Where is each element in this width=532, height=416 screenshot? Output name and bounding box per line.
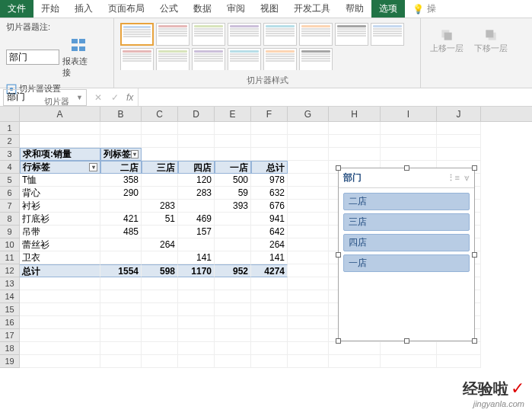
style-thumb[interactable]	[371, 23, 404, 46]
cell[interactable]	[437, 148, 481, 161]
cell[interactable]: 393	[215, 200, 251, 213]
cell[interactable]	[20, 277, 100, 290]
tab-review[interactable]: 审阅	[219, 0, 253, 18]
slicer-styles-gallery[interactable]	[120, 21, 414, 70]
cell[interactable]	[20, 342, 100, 355]
row-header[interactable]: 12	[0, 264, 20, 277]
row-header[interactable]: 17	[0, 329, 20, 342]
row-header[interactable]: 5	[0, 174, 20, 187]
cell[interactable]	[288, 264, 329, 277]
row-header[interactable]: 18	[0, 342, 20, 355]
fx-icon[interactable]: fx	[126, 92, 133, 103]
cell[interactable]	[288, 122, 329, 135]
pivot-row-label-cell[interactable]: 背心	[20, 187, 100, 200]
tab-home[interactable]: 开始	[33, 0, 67, 18]
cell[interactable]	[178, 122, 215, 135]
cell[interactable]	[215, 277, 251, 290]
cell[interactable]	[381, 355, 437, 368]
cell[interactable]: 676	[251, 200, 288, 213]
cell[interactable]	[215, 213, 251, 226]
cell[interactable]	[215, 251, 251, 264]
cell[interactable]	[251, 303, 288, 316]
cell[interactable]	[437, 135, 481, 148]
cell[interactable]	[437, 355, 481, 368]
cell[interactable]: 283	[142, 200, 178, 213]
cell[interactable]	[100, 135, 142, 148]
cell[interactable]	[288, 303, 329, 316]
cell[interactable]	[215, 329, 251, 342]
cell[interactable]: 51	[142, 213, 178, 226]
cell[interactable]	[251, 148, 288, 161]
pivot-col-header[interactable]: 四店	[178, 161, 215, 174]
col-header-a[interactable]: A	[20, 107, 100, 121]
cell[interactable]	[178, 316, 215, 329]
cell[interactable]	[329, 355, 381, 368]
row-header[interactable]: 6	[0, 187, 20, 200]
col-header-h[interactable]: H	[329, 107, 381, 121]
filter-dropdown-icon[interactable]: ▾	[131, 150, 139, 158]
cell[interactable]	[100, 122, 142, 135]
cell[interactable]	[178, 329, 215, 342]
cell[interactable]	[381, 135, 437, 148]
row-header[interactable]: 7	[0, 200, 20, 213]
row-header[interactable]: 11	[0, 251, 20, 264]
row-header[interactable]: 14	[0, 290, 20, 303]
row-header[interactable]: 1	[0, 122, 20, 135]
pivot-col-header[interactable]: 二店	[100, 161, 142, 174]
cell[interactable]	[215, 303, 251, 316]
pivot-header-cols[interactable]: 列标签▾	[100, 148, 142, 161]
cell[interactable]	[142, 355, 178, 368]
cell[interactable]	[20, 329, 100, 342]
pivot-row-label-cell[interactable]: T恤	[20, 174, 100, 187]
cell[interactable]	[100, 342, 142, 355]
col-header-i[interactable]: I	[381, 107, 437, 121]
cell[interactable]	[178, 277, 215, 290]
cell[interactable]	[142, 303, 178, 316]
cell[interactable]: 500	[215, 174, 251, 187]
slicer-item[interactable]: 一店	[343, 254, 470, 272]
col-header-d[interactable]: D	[178, 107, 215, 121]
row-header[interactable]: 4	[0, 161, 20, 174]
cell[interactable]	[288, 316, 329, 329]
slicer-panel[interactable]: 部门 ⋮≡ ⟇ 二店三店四店一店	[338, 168, 475, 341]
cell[interactable]	[251, 329, 288, 342]
multi-select-icon[interactable]: ⋮≡	[447, 173, 460, 183]
cell[interactable]: 59	[215, 187, 251, 200]
tab-help[interactable]: 帮助	[338, 0, 371, 18]
cell[interactable]: 283	[178, 187, 215, 200]
style-thumb[interactable]	[228, 23, 261, 46]
slicer-title-bar[interactable]: 部门 ⋮≡ ⟇	[339, 168, 474, 188]
cell[interactable]	[288, 187, 329, 200]
row-header[interactable]: 10	[0, 238, 20, 251]
cell[interactable]	[142, 187, 178, 200]
cell[interactable]: 264	[142, 238, 178, 251]
cell[interactable]	[288, 200, 329, 213]
cell[interactable]: 421	[100, 213, 142, 226]
tab-data[interactable]: 数据	[186, 0, 219, 18]
pivot-row-label[interactable]: 行标签▾	[20, 161, 100, 174]
cell[interactable]	[288, 329, 329, 342]
row-header[interactable]: 2	[0, 135, 20, 148]
bring-forward-button[interactable]: 上移一层	[427, 27, 467, 54]
cell[interactable]	[100, 200, 142, 213]
cell[interactable]	[215, 122, 251, 135]
cell[interactable]	[20, 355, 100, 368]
cell[interactable]	[100, 290, 142, 303]
name-box[interactable]: 部门 ▼	[3, 89, 87, 106]
filter-dropdown-icon[interactable]: ▾	[89, 163, 97, 171]
cell[interactable]: 157	[178, 226, 215, 238]
cell[interactable]	[288, 277, 329, 290]
cell[interactable]	[20, 303, 100, 316]
style-thumb[interactable]	[192, 23, 225, 46]
cell[interactable]	[142, 174, 178, 187]
cell[interactable]	[251, 342, 288, 355]
col-header-g[interactable]: G	[288, 107, 329, 121]
cell[interactable]	[329, 135, 381, 148]
cell[interactable]	[251, 135, 288, 148]
cell[interactable]: 632	[251, 187, 288, 200]
cell[interactable]	[100, 316, 142, 329]
pivot-total-label[interactable]: 总计	[20, 264, 100, 277]
pivot-row-label-cell[interactable]: 卫衣	[20, 251, 100, 264]
style-thumb[interactable]	[192, 48, 225, 70]
cell[interactable]	[215, 342, 251, 355]
